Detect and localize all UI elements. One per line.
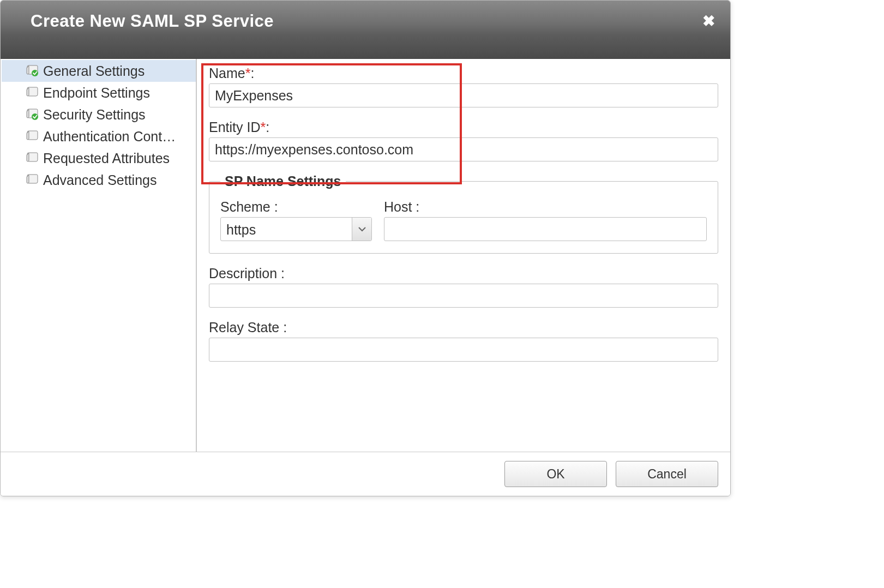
scheme-select[interactable]: https — [220, 217, 372, 241]
entity-id-input[interactable] — [209, 137, 718, 161]
sidebar-item-2[interactable]: Security Settings — [2, 104, 196, 125]
dialog-footer: OK Cancel — [1, 452, 730, 496]
chevron-down-icon[interactable] — [352, 218, 371, 241]
dialog-header: Create New SAML SP Service ✖ — [1, 1, 730, 59]
scroll-check-icon — [26, 109, 39, 121]
host-label: Host : — [384, 199, 707, 215]
sp-name-settings-fieldset: SP Name Settings Scheme : https Host : — [209, 173, 718, 254]
scheme-value: https — [221, 218, 352, 241]
colon: : — [266, 119, 269, 135]
description-label: Description : — [209, 266, 718, 281]
dialog-body: General SettingsEndpoint SettingsSecurit… — [1, 59, 730, 452]
sidebar-item-1[interactable]: Endpoint Settings — [2, 82, 196, 104]
sp-row: Scheme : https Host : — [220, 199, 707, 241]
form-area: Name*: Entity ID*: SP Name Settings Sche… — [197, 59, 730, 452]
scroll-icon — [26, 174, 39, 186]
entity-label: Entity ID*: — [209, 119, 718, 135]
name-label-text: Name — [209, 65, 245, 81]
sidebar: General SettingsEndpoint SettingsSecurit… — [1, 59, 197, 452]
sidebar-item-label: Advanced Settings — [43, 172, 157, 188]
scroll-icon — [26, 130, 39, 142]
scheme-column: Scheme : https — [220, 199, 372, 241]
sidebar-item-0[interactable]: General Settings — [2, 60, 196, 82]
sidebar-item-5[interactable]: Advanced Settings — [2, 169, 196, 191]
host-column: Host : — [384, 199, 707, 241]
entity-label-text: Entity ID — [209, 119, 260, 135]
sidebar-item-label: Endpoint Settings — [43, 85, 150, 101]
name-label: Name*: — [209, 65, 718, 81]
colon: : — [250, 65, 254, 81]
relay-state-label: Relay State : — [209, 320, 718, 335]
close-icon[interactable]: ✖ — [702, 16, 715, 29]
sidebar-item-label: General Settings — [43, 63, 145, 79]
svg-point-1 — [32, 113, 38, 120]
scroll-icon — [26, 152, 39, 164]
scheme-label: Scheme : — [220, 199, 372, 215]
sidebar-item-label: Security Settings — [43, 107, 146, 123]
svg-point-0 — [32, 70, 38, 76]
ok-button[interactable]: OK — [504, 461, 607, 487]
sp-name-settings-legend: SP Name Settings — [220, 173, 346, 189]
scroll-check-icon — [26, 65, 39, 77]
name-field-row: Name*: — [201, 65, 718, 107]
required-star: * — [245, 65, 251, 81]
relay-state-input[interactable] — [209, 338, 718, 362]
sidebar-item-4[interactable]: Requested Attributes — [2, 147, 196, 169]
cancel-button[interactable]: Cancel — [616, 461, 718, 487]
scroll-icon — [26, 87, 39, 99]
description-field-row: Description : — [201, 266, 718, 308]
entity-field-row: Entity ID*: — [201, 119, 718, 161]
name-input[interactable] — [209, 83, 718, 107]
sidebar-item-3[interactable]: Authentication Cont… — [2, 125, 196, 147]
host-input[interactable] — [384, 217, 707, 241]
description-input[interactable] — [209, 284, 718, 308]
required-star: * — [260, 119, 266, 135]
relay-field-row: Relay State : — [201, 320, 718, 362]
sidebar-item-label: Authentication Cont… — [43, 129, 176, 145]
sidebar-item-label: Requested Attributes — [43, 151, 170, 166]
dialog-title: Create New SAML SP Service — [31, 11, 714, 31]
create-saml-sp-dialog: Create New SAML SP Service ✖ General Set… — [0, 0, 731, 496]
